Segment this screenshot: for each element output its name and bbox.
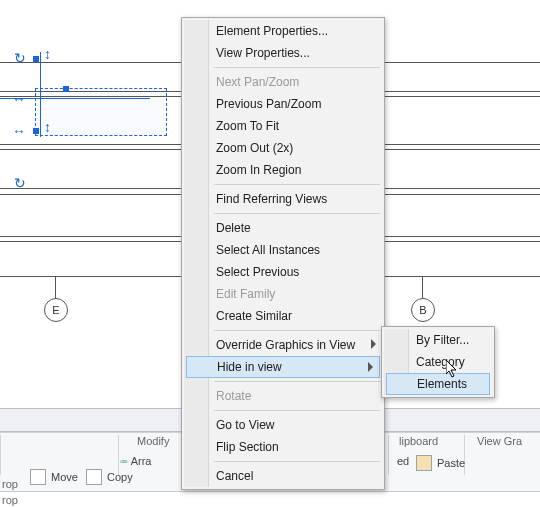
submenu-arrow-icon (368, 362, 373, 372)
submenu-by-filter[interactable]: By Filter... (384, 329, 492, 351)
move-icon (30, 469, 46, 485)
group-label: lipboard (399, 435, 438, 447)
array-tool[interactable]: ▫▫▫ Arra (120, 455, 151, 467)
tab-remnant[interactable]: rop (2, 494, 18, 506)
menu-select-previous[interactable]: Select Previous (184, 261, 382, 283)
menu-delete[interactable]: Delete (184, 217, 382, 239)
submenu-category[interactable]: Category (384, 351, 492, 373)
grid-bubble-b[interactable]: B (411, 298, 435, 322)
flip-arrow-icon[interactable]: ↔ (12, 92, 26, 106)
menu-override-graphics[interactable]: Override Graphics in View (184, 334, 382, 356)
grid-bubble-e[interactable]: E (44, 298, 68, 322)
paste-tool[interactable]: Paste (416, 455, 465, 471)
cycle-icon[interactable]: ↻ (14, 51, 26, 65)
cycle-icon[interactable]: ↻ (14, 176, 26, 190)
menu-flip-section[interactable]: Flip Section (184, 436, 382, 458)
menu-edit-family: Edit Family (184, 283, 382, 305)
move-tool[interactable]: Move (30, 469, 78, 485)
drag-handle[interactable] (33, 128, 39, 134)
drag-handle[interactable] (33, 56, 39, 62)
grid-label: E (52, 304, 59, 316)
group-label: Modify (137, 435, 169, 447)
tool-label: ed (397, 455, 409, 467)
menu-previous-pan-zoom[interactable]: Previous Pan/Zoom (184, 93, 382, 115)
submenu-arrow-icon (371, 339, 376, 349)
flip-arrow-icon[interactable]: ↔ (12, 124, 26, 138)
tool-label: Move (51, 471, 78, 483)
array-icon: ▫▫▫ (120, 455, 126, 467)
menu-cancel[interactable]: Cancel (184, 465, 382, 487)
menu-find-referring-views[interactable]: Find Referring Views (184, 188, 382, 210)
menu-zoom-in-region[interactable]: Zoom In Region (184, 159, 382, 181)
grid-line (55, 276, 56, 298)
tool-label: Paste (437, 457, 465, 469)
menu-view-properties[interactable]: View Properties... (184, 42, 382, 64)
tab-remnant[interactable]: rop (2, 478, 18, 490)
ed-tool[interactable]: ed (397, 455, 409, 467)
copy-tool[interactable]: Copy (86, 469, 133, 485)
paste-icon (416, 455, 432, 471)
menu-select-all-instances[interactable]: Select All Instances (184, 239, 382, 261)
drawing-canvas[interactable]: E B ↕ ↕ ↔ ↔ ↻ ↻ Modify lipboard View Gra… (0, 0, 540, 508)
drag-handle[interactable] (63, 86, 69, 92)
group-label: View Gra (477, 435, 522, 447)
menu-hide-in-view[interactable]: Hide in view (186, 356, 380, 378)
submenu-elements[interactable]: Elements (386, 373, 490, 395)
grid-line (422, 276, 423, 298)
hide-in-view-submenu: By Filter... Category Elements (381, 326, 495, 398)
menu-rotate: Rotate (184, 385, 382, 407)
menu-zoom-to-fit[interactable]: Zoom To Fit (184, 115, 382, 137)
flip-arrow-icon[interactable]: ↕ (44, 47, 51, 61)
tool-label: Arra (131, 455, 152, 467)
selection-box[interactable] (35, 88, 167, 136)
flip-arrow-icon[interactable]: ↕ (44, 120, 51, 134)
context-menu: Element Properties... View Properties...… (181, 17, 385, 490)
tool-label: Copy (107, 471, 133, 483)
menu-zoom-out[interactable]: Zoom Out (2x) (184, 137, 382, 159)
menu-next-pan-zoom: Next Pan/Zoom (184, 71, 382, 93)
copy-icon (86, 469, 102, 485)
menu-element-properties[interactable]: Element Properties... (184, 20, 382, 42)
menu-go-to-view[interactable]: Go to View (184, 414, 382, 436)
menu-create-similar[interactable]: Create Similar (184, 305, 382, 327)
grid-label: B (419, 304, 426, 316)
